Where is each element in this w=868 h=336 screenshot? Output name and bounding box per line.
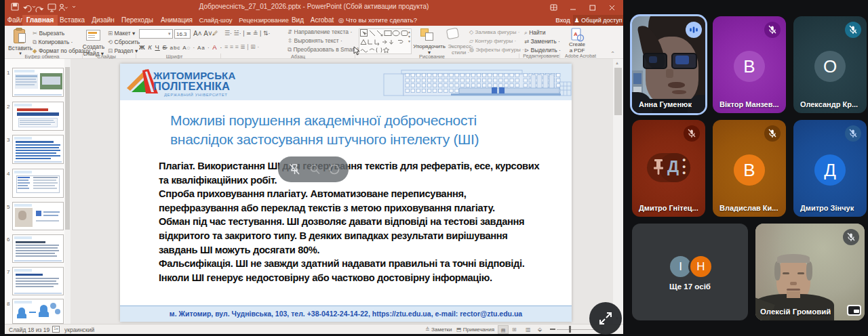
- svg-text:A: A: [574, 31, 578, 37]
